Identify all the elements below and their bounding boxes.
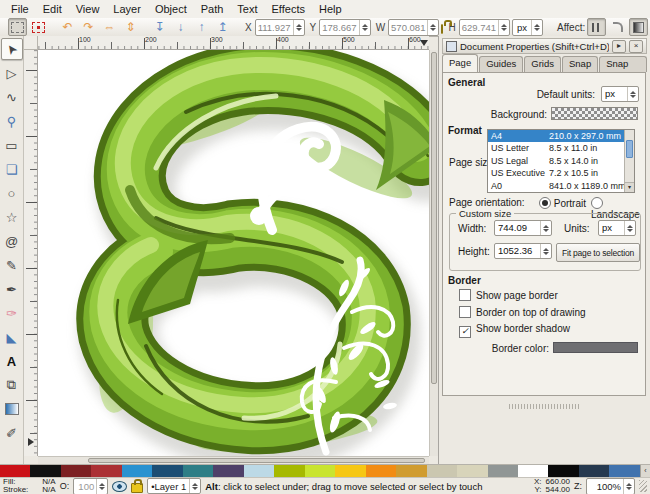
tool-calligraphy[interactable]: ✑ bbox=[1, 302, 23, 324]
x-spin-arrows[interactable] bbox=[293, 20, 304, 35]
page-size-row-a4[interactable]: A4210.0 x 297.0 mm bbox=[488, 130, 634, 142]
lower-button[interactable]: ↓ bbox=[171, 18, 190, 36]
menu-edit[interactable]: Edit bbox=[36, 1, 69, 17]
x-spinner[interactable]: 111.927 bbox=[255, 19, 305, 36]
menu-file[interactable]: File bbox=[4, 1, 36, 17]
width-spinner[interactable]: 570.081 bbox=[388, 19, 439, 36]
tool-zoom[interactable]: ⚲ bbox=[1, 110, 23, 132]
h-scroll-thumb[interactable] bbox=[88, 458, 425, 463]
palette-swatch[interactable] bbox=[335, 465, 365, 477]
palette-swatch[interactable] bbox=[91, 465, 121, 477]
palette-swatch[interactable] bbox=[0, 465, 30, 477]
tool-spiral[interactable]: @ bbox=[1, 230, 23, 252]
palette-scroll-arrow[interactable]: ‹ bbox=[640, 465, 650, 477]
h-spin-arrows[interactable] bbox=[498, 20, 509, 35]
palette-swatch[interactable] bbox=[61, 465, 91, 477]
opacity-arrows[interactable] bbox=[96, 479, 107, 494]
width-arrows[interactable] bbox=[540, 221, 551, 235]
custom-units-combo[interactable]: px bbox=[598, 220, 636, 236]
move-gradients-toggle[interactable] bbox=[629, 18, 648, 36]
tool-connector[interactable]: ⧉ bbox=[1, 374, 23, 396]
palette-swatch[interactable] bbox=[427, 465, 457, 477]
canvas-vertical-scrollbar[interactable] bbox=[429, 50, 438, 456]
palette-swatch[interactable] bbox=[274, 465, 304, 477]
flip-horizontal-button[interactable]: ⇔ bbox=[100, 18, 119, 36]
dialog-title-bar[interactable]: Document Properties (Shift+Ctrl+D) ▸ × bbox=[442, 38, 647, 54]
palette-swatch[interactable] bbox=[305, 465, 335, 477]
close-icon[interactable]: × bbox=[629, 40, 643, 53]
tool-text[interactable]: A bbox=[1, 350, 23, 372]
border-color-swatch[interactable] bbox=[553, 342, 638, 353]
tool-node-editor[interactable]: ▷ bbox=[1, 62, 23, 84]
palette-swatch[interactable] bbox=[183, 465, 213, 477]
background-color-swatch[interactable] bbox=[551, 107, 638, 120]
portrait-radio[interactable]: Portrait bbox=[539, 197, 586, 209]
palette-swatch[interactable] bbox=[518, 465, 548, 477]
page-size-row-a0[interactable]: A0841.0 x 1189.0 mm bbox=[488, 180, 634, 192]
layer-selector[interactable]: •Layer 1 bbox=[147, 478, 201, 494]
window-resize-grip[interactable] bbox=[639, 480, 647, 492]
zoom-arrows[interactable] bbox=[623, 479, 634, 494]
show-page-border-checkbox[interactable]: Show page border bbox=[459, 289, 558, 301]
select-all-button[interactable] bbox=[8, 18, 27, 36]
page-size-scrollbar[interactable]: ▾ bbox=[624, 130, 634, 192]
tool-3d-box[interactable]: ❏ bbox=[1, 158, 23, 180]
default-units-arrows[interactable] bbox=[627, 87, 638, 101]
scale-stroke-toggle[interactable] bbox=[587, 18, 606, 36]
zoom-spinner[interactable]: 100% bbox=[586, 478, 635, 494]
layer-lock-icon[interactable] bbox=[131, 483, 143, 493]
show-border-shadow-checkbox[interactable]: ✓Show border shadow bbox=[459, 323, 570, 338]
w-spin-arrows[interactable] bbox=[427, 20, 438, 35]
y-spin-arrows[interactable] bbox=[359, 20, 370, 35]
page-size-row-us-legal[interactable]: US Legal8.5 x 14.0 in bbox=[488, 155, 634, 167]
tool-tweak[interactable]: ∿ bbox=[1, 86, 23, 108]
page-size-row-us-letter[interactable]: US Letter8.5 x 11.0 in bbox=[488, 142, 634, 154]
width-spinner[interactable]: 744.09 bbox=[494, 220, 552, 236]
palette-swatch[interactable] bbox=[579, 465, 609, 477]
palette-swatch[interactable] bbox=[548, 465, 578, 477]
palette-swatch[interactable] bbox=[457, 465, 487, 477]
opacity-spinner[interactable]: 100 bbox=[73, 478, 108, 494]
tool-pen[interactable]: ✒ bbox=[1, 278, 23, 300]
page-size-list[interactable]: A4210.0 x 297.0 mm US Letter8.5 x 11.0 i… bbox=[487, 129, 635, 193]
custom-units-arrows[interactable] bbox=[624, 221, 635, 235]
tab-guides[interactable]: Guides bbox=[479, 56, 523, 72]
height-spinner[interactable]: 1052.36 bbox=[494, 243, 552, 259]
menu-layer[interactable]: Layer bbox=[106, 1, 148, 17]
canvas[interactable] bbox=[38, 50, 429, 456]
palette-swatch[interactable] bbox=[396, 465, 426, 477]
units-combo-arrows[interactable] bbox=[531, 20, 542, 35]
tool-ellipse[interactable]: ○ bbox=[1, 182, 23, 204]
tool-pencil[interactable]: ✎ bbox=[1, 254, 23, 276]
fill-stroke-indicator[interactable]: Fill:N/A Stroke:N/A bbox=[3, 478, 56, 494]
height-spinner[interactable]: 629.741 bbox=[459, 19, 510, 36]
lower-to-bottom-button[interactable]: ↧ bbox=[150, 18, 169, 36]
units-combo[interactable]: px bbox=[512, 19, 543, 36]
canvas-horizontal-scrollbar[interactable] bbox=[38, 456, 429, 464]
tab-page[interactable]: Page bbox=[442, 54, 478, 72]
rotate-cw-button[interactable]: ↷ bbox=[79, 18, 98, 36]
height-arrows[interactable] bbox=[540, 244, 551, 258]
palette-swatch[interactable] bbox=[30, 465, 60, 477]
raise-button[interactable]: ↑ bbox=[192, 18, 211, 36]
border-on-top-checkbox[interactable]: Border on top of drawing bbox=[459, 306, 586, 318]
flip-vertical-button[interactable]: ⇕ bbox=[121, 18, 140, 36]
v-scroll-thumb[interactable] bbox=[431, 52, 437, 384]
fit-page-button[interactable]: Fit page to selection bbox=[556, 243, 640, 262]
scroll-down-arrow[interactable]: ▾ bbox=[625, 182, 634, 192]
palette-swatch[interactable] bbox=[609, 465, 639, 477]
raise-to-top-button[interactable]: ↥ bbox=[213, 18, 232, 36]
palette-swatch[interactable] bbox=[122, 465, 152, 477]
menu-text[interactable]: Text bbox=[230, 1, 264, 17]
tool-star[interactable]: ☆ bbox=[1, 206, 23, 228]
tab-snap-points[interactable]: Snap points bbox=[599, 56, 647, 72]
palette-swatch[interactable] bbox=[244, 465, 274, 477]
menu-view[interactable]: View bbox=[69, 1, 107, 17]
tab-grids[interactable]: Grids bbox=[524, 56, 561, 72]
scale-corners-toggle[interactable] bbox=[608, 18, 627, 36]
lock-ratio-icon[interactable] bbox=[441, 24, 443, 34]
page-size-row-us-executive[interactable]: US Executive7.2 x 10.5 in bbox=[488, 167, 634, 179]
dock-resize-grip[interactable] bbox=[509, 404, 581, 409]
menu-object[interactable]: Object bbox=[148, 1, 194, 17]
palette-swatch[interactable] bbox=[213, 465, 243, 477]
